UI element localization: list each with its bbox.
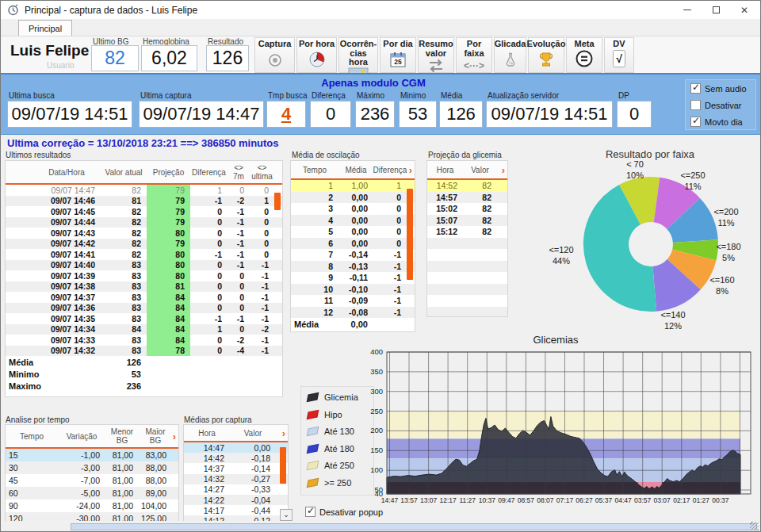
- banner-field-value-4[interactable]: 236: [355, 101, 395, 128]
- table-row[interactable]: [427, 295, 507, 307]
- checkbox-box[interactable]: ✓: [690, 117, 701, 127]
- table-row[interactable]: 60-5,0081,0089,00: [6, 487, 178, 499]
- column-header: <> 7m: [228, 161, 250, 183]
- legend-swatch-icon: [307, 427, 319, 436]
- table-row[interactable]: [427, 249, 507, 261]
- table-row[interactable]: 09/07 14:37838400-1: [6, 292, 282, 303]
- table-row[interactable]: 12-0,08-1: [291, 307, 415, 319]
- banner-checkbox-movto-dia[interactable]: ✓Movto dia: [690, 117, 743, 127]
- table-row[interactable]: [427, 284, 507, 296]
- scroll-right-icon[interactable]: ›: [173, 431, 176, 442]
- table-row[interactable]: 50,000: [291, 226, 415, 238]
- scroll-right-icon[interactable]: ›: [282, 427, 285, 439]
- table-row[interactable]: 09/07 14:478279100: [6, 185, 282, 196]
- table-row[interactable]: 14:470,00: [184, 442, 288, 453]
- table-row[interactable]: 9-0,11-1: [291, 272, 415, 284]
- chevron-down-icon[interactable]: ⌄: [280, 509, 293, 521]
- table-row[interactable]: 11-0,09-1: [291, 295, 415, 307]
- table-row[interactable]: 09/07 14:3383840-2-1: [6, 335, 282, 346]
- toolbar-button-evolução[interactable]: Evolução: [528, 37, 564, 73]
- table-row[interactable]: 09/07 14:3283780-4-1: [6, 346, 282, 357]
- table-row[interactable]: 14:17-0,44: [184, 505, 288, 515]
- scroll-right-icon[interactable]: ›: [409, 164, 412, 176]
- table-row[interactable]: 15:0282: [427, 203, 507, 215]
- toolbar-button-captura[interactable]: Captura: [254, 37, 295, 73]
- table-row[interactable]: 90-24,0081,00104,00: [6, 499, 178, 512]
- toolbar-button-ocorrên--cias-hora[interactable]: Ocorrên- cias hora: [338, 37, 378, 73]
- banner-field-value-0[interactable]: 09/07/19 14:51: [7, 101, 132, 128]
- table-row[interactable]: 14:5782: [427, 192, 507, 204]
- table-row[interactable]: 30-3,0081,0088,00: [6, 461, 178, 474]
- table-row[interactable]: 14:22-0,04: [184, 495, 288, 505]
- table-row[interactable]: 09/07 14:358384-1-1-1: [6, 313, 282, 324]
- banner-field-value-2[interactable]: 4: [266, 101, 306, 128]
- table-row[interactable]: 10-0,10-1: [291, 284, 415, 296]
- toolbar-button-meta[interactable]: Meta: [566, 37, 602, 73]
- resize-grip-icon[interactable]: [750, 522, 759, 530]
- banner-field-value-6[interactable]: 126: [439, 101, 483, 128]
- column-header: Hora: [184, 425, 230, 441]
- close-button-icon[interactable]: ✕: [730, 1, 759, 19]
- column-header: Valor: [463, 161, 497, 178]
- banner-field-value-7[interactable]: 09/07/19 14:51: [486, 101, 613, 128]
- table-row[interactable]: 15:1282: [427, 226, 507, 238]
- table-row[interactable]: 7-0,14-1: [291, 249, 415, 261]
- field-value-0[interactable]: 82: [91, 45, 139, 71]
- toolbar-button-resumo-valor[interactable]: Resumo valor: [418, 37, 454, 73]
- toolbar-button-por-hora[interactable]: Por hora: [296, 37, 337, 73]
- scroll-right-icon[interactable]: ›: [502, 164, 505, 176]
- table-row[interactable]: 09/07 14:36838400-1: [6, 303, 282, 314]
- field-value-2[interactable]: 126: [206, 45, 249, 71]
- table-row[interactable]: 09/07 14:4382800-10: [6, 228, 282, 239]
- table-row[interactable]: 40,000: [291, 215, 415, 227]
- banner-checkbox-desativar[interactable]: Desativar: [690, 100, 741, 110]
- table-cell: -5,00: [58, 487, 105, 499]
- toolbar-button-dv[interactable]: DV√: [604, 37, 634, 73]
- field-value-1[interactable]: 6,02: [141, 45, 197, 71]
- table-row[interactable]: [427, 238, 507, 250]
- table-row[interactable]: [427, 272, 507, 284]
- banner-field-value-8[interactable]: 0: [617, 101, 652, 128]
- table-row[interactable]: 09/07 14:38838100-1: [6, 281, 282, 293]
- checkbox-box[interactable]: ✓: [305, 507, 315, 517]
- table-row[interactable]: 09/07 14:468179-1-21: [6, 196, 282, 207]
- toolbar-button-glicada[interactable]: Glicada: [494, 37, 526, 73]
- table-row[interactable]: 09/07 14:4482790-10: [6, 217, 282, 228]
- tab-principal[interactable]: Principal: [18, 20, 72, 36]
- minimize-button-icon[interactable]: [673, 1, 702, 19]
- table-row[interactable]: [427, 261, 507, 273]
- table-row[interactable]: 14:37-0,14: [184, 463, 288, 473]
- scrollbar-thumb[interactable]: [274, 193, 281, 210]
- horizontal-scrollbar[interactable]: [71, 523, 757, 530]
- table-row[interactable]: 14:5282: [427, 180, 507, 192]
- table-row[interactable]: 09/07 14:34848410-2: [6, 324, 282, 335]
- table-row[interactable]: 09/07 14:4282790-10: [6, 239, 282, 250]
- table-row[interactable]: 15:0782: [427, 215, 507, 227]
- table-row[interactable]: 20,000: [291, 192, 415, 204]
- checkbox-box[interactable]: ✓: [690, 83, 701, 94]
- toolbar-button-por-faixa[interactable]: Por faixa<···>: [456, 37, 492, 73]
- table-row[interactable]: 14:27-0,33: [184, 484, 288, 495]
- table-row[interactable]: 15-1,0081,0083,00: [6, 449, 178, 461]
- maximize-button-icon[interactable]: [702, 1, 730, 19]
- scrollbar-thumb[interactable]: [280, 447, 286, 484]
- banner-field-value-1[interactable]: 09/07/19 14:47: [139, 101, 264, 128]
- banner-field-value-5[interactable]: 53: [399, 101, 437, 128]
- table-row[interactable]: 30,000: [291, 203, 415, 215]
- table-row[interactable]: 14:42-0,18: [184, 453, 288, 463]
- table-row[interactable]: 09/07 14:4083800-1-1: [6, 260, 282, 271]
- table-row[interactable]: [427, 307, 507, 318]
- scrollbar-thumb[interactable]: [407, 189, 413, 280]
- table-row[interactable]: 11,001: [291, 180, 415, 192]
- table-row[interactable]: 45-7,0081,0088,00: [6, 474, 178, 487]
- table-row[interactable]: 14:32-0,27: [184, 474, 288, 484]
- banner-checkbox-sem-audio[interactable]: ✓Sem audio: [690, 83, 747, 94]
- table-row[interactable]: 09/07 14:39838000-1: [6, 270, 282, 281]
- toolbar-button-por-dia[interactable]: Por dia25: [380, 37, 416, 73]
- checkbox-box[interactable]: [690, 100, 701, 110]
- table-row[interactable]: 8-0,13-1: [291, 261, 415, 273]
- banner-field-value-3[interactable]: 0: [310, 101, 351, 128]
- table-row[interactable]: 60,000: [291, 238, 415, 250]
- table-row[interactable]: 09/07 14:418280-1-10: [6, 249, 282, 260]
- table-row[interactable]: 09/07 14:4582790-10: [6, 206, 282, 217]
